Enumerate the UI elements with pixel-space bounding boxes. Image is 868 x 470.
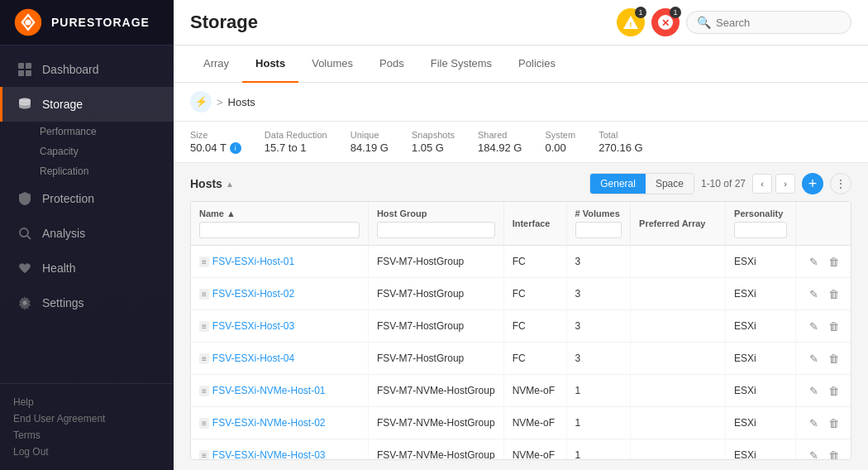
sidebar-sub-replication[interactable]: Replication xyxy=(40,161,174,181)
edit-button[interactable]: ✎ xyxy=(804,252,823,271)
cell-actions: ✎ 🗑 xyxy=(795,310,851,343)
stats-bar: Size 50.04 T i Data Reduction 15.7 to 1 … xyxy=(174,122,868,163)
footer-eua[interactable]: End User Agreement xyxy=(13,410,160,427)
filter-host-group[interactable] xyxy=(377,222,495,238)
search-input[interactable] xyxy=(716,17,841,29)
cell-interface: FC xyxy=(503,246,566,278)
svg-point-1 xyxy=(25,19,31,25)
host-link[interactable]: FSV-ESXi-Host-01 xyxy=(212,256,294,267)
tab-pods[interactable]: Pods xyxy=(366,46,417,83)
hosts-table: Name ▲ Host Group Interface # Volumes xyxy=(190,201,851,460)
tab-file-systems[interactable]: File Systems xyxy=(417,46,505,83)
topbar: Storage ! 1 ✕ 1 🔍 xyxy=(174,0,868,46)
cell-name: ≡ FSV-ESXi-NVMe-Host-03 xyxy=(191,439,368,461)
edit-button[interactable]: ✎ xyxy=(804,381,823,400)
col-header-host-group[interactable]: Host Group xyxy=(368,202,503,246)
sidebar-sub-performance[interactable]: Performance xyxy=(40,122,174,141)
delete-button[interactable]: 🗑 xyxy=(824,381,842,400)
edit-button[interactable]: ✎ xyxy=(804,446,823,460)
host-link[interactable]: FSV-ESXi-Host-03 xyxy=(212,320,294,332)
svg-rect-4 xyxy=(18,70,24,76)
edit-button[interactable]: ✎ xyxy=(804,317,823,335)
prev-page-button[interactable]: ‹ xyxy=(752,174,772,194)
cell-host-group: FSV-M7-NVMe-HostGroup xyxy=(368,439,503,461)
size-info-icon[interactable]: i xyxy=(230,142,241,154)
grid-icon xyxy=(16,60,34,79)
cell-preferred-array xyxy=(631,310,726,343)
sidebar-item-dashboard[interactable]: Dashboard xyxy=(0,52,174,87)
table-toolbar: Hosts ▲ General Space 1-10 of 27 ‹ › + ⋮ xyxy=(190,173,851,194)
tab-volumes[interactable]: Volumes xyxy=(298,46,366,83)
col-header-volumes[interactable]: # Volumes xyxy=(566,202,630,246)
host-link[interactable]: FSV-ESXi-Host-04 xyxy=(212,352,294,364)
host-link[interactable]: FSV-ESXi-NVMe-Host-01 xyxy=(212,385,326,396)
view-space-button[interactable]: Space xyxy=(646,174,694,194)
svg-point-7 xyxy=(20,228,28,237)
footer-terms[interactable]: Terms xyxy=(13,427,160,444)
cell-interface: FC xyxy=(503,278,566,310)
cell-preferred-array xyxy=(631,343,726,375)
warning-alert-button[interactable]: ! 1 xyxy=(617,8,645,36)
tab-policies[interactable]: Policies xyxy=(505,46,569,83)
more-options-button[interactable]: ⋮ xyxy=(830,173,851,194)
svg-rect-3 xyxy=(26,63,31,69)
analysis-icon xyxy=(16,224,34,242)
cell-volumes: 3 xyxy=(566,246,630,278)
sidebar-item-settings[interactable]: Settings xyxy=(0,285,174,320)
table-row: ≡ FSV-ESXi-Host-04 FSV-M7-HostGroup FC 3… xyxy=(191,343,851,375)
sidebar-item-analysis[interactable]: Analysis xyxy=(0,216,174,251)
delete-button[interactable]: 🗑 xyxy=(824,285,842,303)
sort-icon[interactable]: ▲ xyxy=(226,180,234,189)
delete-button[interactable]: 🗑 xyxy=(824,252,842,271)
cell-personality: ESXi xyxy=(726,278,796,310)
tab-array[interactable]: Array xyxy=(190,46,242,83)
next-page-button[interactable]: › xyxy=(775,174,795,194)
footer-logout[interactable]: Log Out xyxy=(13,444,160,460)
delete-button[interactable]: 🗑 xyxy=(824,414,842,432)
delete-button[interactable]: 🗑 xyxy=(824,317,842,335)
svg-rect-2 xyxy=(18,63,24,69)
sidebar-sub-capacity[interactable]: Capacity xyxy=(40,141,174,161)
topbar-icons: ! 1 ✕ 1 🔍 xyxy=(617,8,851,36)
edit-button[interactable]: ✎ xyxy=(804,349,823,367)
view-general-button[interactable]: General xyxy=(590,174,646,194)
filter-name[interactable] xyxy=(199,222,360,238)
sidebar-item-health-label: Health xyxy=(42,261,75,275)
filter-volumes[interactable] xyxy=(575,222,622,238)
host-icon: ≡ xyxy=(199,450,209,460)
delete-button[interactable]: 🗑 xyxy=(824,446,842,460)
filter-personality[interactable] xyxy=(734,222,787,238)
col-header-interface[interactable]: Interface xyxy=(503,202,566,246)
svg-text:!: ! xyxy=(630,21,632,29)
search-icon: 🔍 xyxy=(697,16,711,29)
table-title: Hosts ▲ xyxy=(190,177,583,190)
cell-actions: ✎ 🗑 xyxy=(795,439,851,461)
add-host-button[interactable]: + xyxy=(802,173,823,194)
col-header-name[interactable]: Name ▲ xyxy=(191,202,368,246)
host-link[interactable]: FSV-ESXi-NVMe-Host-02 xyxy=(212,417,326,429)
sidebar-item-health[interactable]: Health xyxy=(0,251,174,285)
col-header-preferred-array[interactable]: Preferred Array xyxy=(631,202,726,246)
cell-preferred-array xyxy=(631,375,726,407)
stat-shared: Shared 184.92 G xyxy=(478,130,522,154)
cell-preferred-array xyxy=(631,439,726,461)
sidebar-item-storage[interactable]: Storage xyxy=(0,87,174,122)
col-header-personality[interactable]: Personality xyxy=(726,202,796,246)
tab-hosts[interactable]: Hosts xyxy=(242,46,298,83)
edit-button[interactable]: ✎ xyxy=(804,285,823,303)
sidebar-item-protection[interactable]: Protection xyxy=(0,181,174,216)
tabs-bar: Array Hosts Volumes Pods File Systems Po… xyxy=(174,46,868,83)
host-icon: ≡ xyxy=(199,418,209,429)
cell-preferred-array xyxy=(631,407,726,439)
edit-button[interactable]: ✎ xyxy=(804,414,823,432)
cell-personality: ESXi xyxy=(726,375,796,407)
cell-interface: NVMe-oF xyxy=(503,439,566,461)
footer-help[interactable]: Help xyxy=(13,394,160,410)
delete-button[interactable]: 🗑 xyxy=(824,349,842,367)
sidebar-item-analysis-label: Analysis xyxy=(42,227,85,240)
error-alert-button[interactable]: ✕ 1 xyxy=(651,8,680,36)
host-link[interactable]: FSV-ESXi-Host-02 xyxy=(212,288,294,300)
breadcrumb: ⚡ > Hosts xyxy=(174,83,868,122)
search-box[interactable]: 🔍 xyxy=(686,11,851,34)
host-link[interactable]: FSV-ESXi-NVMe-Host-03 xyxy=(212,449,326,460)
